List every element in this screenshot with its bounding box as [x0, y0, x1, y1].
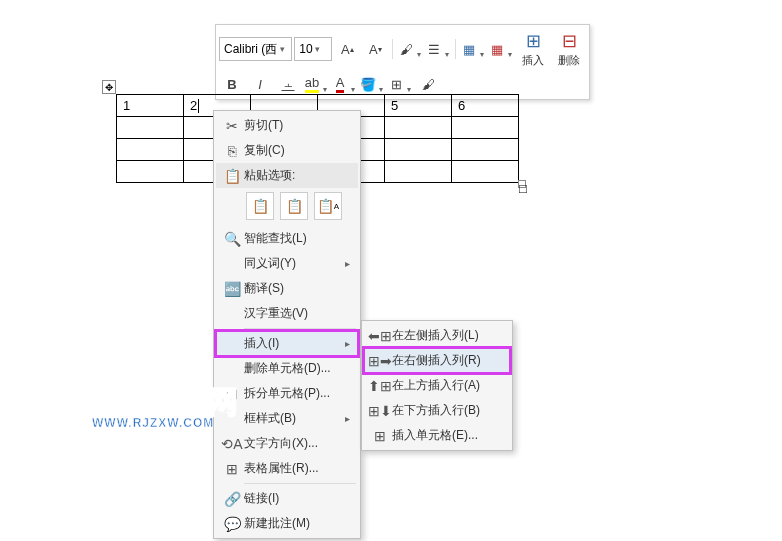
table-cell[interactable]: [452, 139, 519, 161]
table-cell[interactable]: [452, 117, 519, 139]
submenu-insert-below[interactable]: ⊞⬇ 在下方插入行(B): [364, 398, 510, 423]
paste-merge-format[interactable]: 📋: [280, 192, 308, 220]
shrink-font-button[interactable]: A▾: [362, 37, 388, 61]
paste-keep-format[interactable]: 📋: [246, 192, 274, 220]
insert-col-right-icon: ⊞➡: [368, 351, 392, 371]
menu-text-direction[interactable]: ⟲A 文字方向(X)...: [216, 431, 358, 456]
mini-toolbar: Calibri (西 ▾ 10 ▾ A▴ A▾ 🖌▾ ☰▾ ▦▾ ▦▾ ⊞ 插入…: [215, 24, 590, 100]
insert-row-below-icon: ⊞⬇: [368, 401, 392, 421]
insert-label: 插入: [522, 53, 544, 68]
link-icon: 🔗: [220, 489, 244, 509]
split-cells-icon: ⊞: [220, 384, 244, 404]
dropdown-icon: ▾: [277, 44, 287, 54]
chevron-right-icon: ▸: [345, 338, 354, 349]
menu-smart-lookup[interactable]: 🔍 智能查找(L): [216, 226, 358, 251]
copy-icon: ⎘: [220, 141, 244, 161]
properties-icon: ⊞: [220, 459, 244, 479]
erase-grid-icon: ▦: [491, 42, 503, 57]
separator: [455, 39, 456, 59]
highlight-icon: ab: [305, 75, 319, 93]
menu-split-cells[interactable]: ⊞ 拆分单元格(P)...: [216, 381, 358, 406]
insert-icon: ⊞: [526, 30, 541, 52]
menu-copy[interactable]: ⎘ 复制(C): [216, 138, 358, 163]
menu-hyperlink[interactable]: 🔗 链接(I): [216, 486, 358, 511]
bullets-icon: ☰: [428, 42, 440, 57]
insert-button[interactable]: ⊞ 插入: [516, 28, 550, 70]
font-color-button[interactable]: A▾: [331, 72, 357, 96]
delete-label: 删除: [558, 53, 580, 68]
submenu-insert-left[interactable]: ⬅⊞ 在左侧插入列(L): [364, 323, 510, 348]
table-cell[interactable]: [452, 161, 519, 183]
text-direction-icon: ⟲A: [220, 434, 244, 454]
border-icon: ⊞: [391, 77, 402, 92]
grid-icon: ▦: [463, 42, 475, 57]
menu-table-properties[interactable]: ⊞ 表格属性(R)...: [216, 456, 358, 481]
paste-options-row: 📋 📋 📋A: [216, 188, 358, 226]
table-cell[interactable]: [385, 117, 452, 139]
format-painter-button[interactable]: 🖌: [415, 72, 441, 96]
table-cell[interactable]: [117, 117, 184, 139]
delete-icon: ⊟: [562, 30, 577, 52]
grow-font-button[interactable]: A▴: [334, 37, 360, 61]
scissors-icon: ✂: [220, 116, 244, 136]
submenu-insert-cells[interactable]: ⊞ 插入单元格(E)...: [364, 423, 510, 448]
table-cell[interactable]: [117, 161, 184, 183]
menu-insert[interactable]: 插入(I) ▸: [216, 331, 358, 356]
dropdown-icon: ▾: [313, 44, 323, 54]
menu-paste-header: 📋 粘贴选项:: [216, 163, 358, 188]
separator: [392, 39, 393, 59]
menu-new-comment[interactable]: 💬 新建批注(M): [216, 511, 358, 536]
font-name-value: Calibri (西: [224, 41, 277, 58]
font-color-icon: A: [336, 75, 345, 93]
insert-submenu: ⬅⊞ 在左侧插入列(L) ⊞➡ 在右侧插入列(R) ⬆⊞ 在上方插入行(A) ⊞…: [361, 320, 513, 451]
text-cursor: [198, 99, 199, 113]
menu-delete-cells[interactable]: 删除单元格(D)...: [216, 356, 358, 381]
bold-button[interactable]: B: [219, 72, 245, 96]
font-size-value: 10: [299, 42, 312, 56]
table-resize-handle[interactable]: □: [518, 180, 526, 188]
italic-button[interactable]: I: [247, 72, 273, 96]
menu-synonyms[interactable]: 同义词(Y) ▸: [216, 251, 358, 276]
table-cell[interactable]: 6: [452, 95, 519, 117]
table-cell[interactable]: [385, 139, 452, 161]
font-name-select[interactable]: Calibri (西 ▾: [219, 37, 292, 61]
delete-button[interactable]: ⊟ 删除: [552, 28, 586, 70]
insert-col-left-icon: ⬅⊞: [368, 326, 392, 346]
shading-button[interactable]: 🪣▾: [359, 72, 385, 96]
table-cell[interactable]: 1: [117, 95, 184, 117]
brush-icon: 🖌: [422, 77, 435, 92]
font-size-select[interactable]: 10 ▾: [294, 37, 332, 61]
menu-translate[interactable]: 🔤 翻译(S): [216, 276, 358, 301]
insert-cells-icon: ⊞: [368, 426, 392, 446]
table-cell[interactable]: 5: [385, 95, 452, 117]
table-cell[interactable]: [117, 139, 184, 161]
search-icon: 🔍: [220, 229, 244, 249]
brush-icon: 🖌: [400, 42, 413, 57]
clipboard-icon: 📋: [220, 166, 244, 186]
table-erase-button[interactable]: ▦▾: [488, 37, 514, 61]
table-cell[interactable]: [385, 161, 452, 183]
chevron-right-icon: ▸: [345, 258, 354, 269]
underline-button[interactable]: ⫠: [275, 72, 301, 96]
menu-border-style[interactable]: 框样式(B) ▸: [216, 406, 358, 431]
move-icon: ✥: [105, 82, 113, 93]
highlight-button[interactable]: ab▾: [303, 72, 329, 96]
submenu-insert-above[interactable]: ⬆⊞ 在上方插入行(A): [364, 373, 510, 398]
table-grid-button[interactable]: ▦▾: [460, 37, 486, 61]
bullets-button[interactable]: ☰▾: [425, 37, 451, 61]
menu-separator: [244, 328, 356, 329]
borders-button[interactable]: ⊞▾: [387, 72, 413, 96]
insert-row-above-icon: ⬆⊞: [368, 376, 392, 396]
chevron-right-icon: ▸: [345, 413, 354, 424]
paint-bucket-icon: 🪣: [360, 77, 376, 92]
menu-separator: [244, 483, 356, 484]
format-painter-button[interactable]: 🖌▾: [397, 37, 423, 61]
comment-icon: 💬: [220, 514, 244, 534]
table-move-handle[interactable]: ✥: [102, 80, 116, 94]
menu-hanzi-reselect[interactable]: 汉字重选(V): [216, 301, 358, 326]
menu-cut[interactable]: ✂ 剪切(T): [216, 113, 358, 138]
paste-text-only[interactable]: 📋A: [314, 192, 342, 220]
translate-icon: 🔤: [220, 279, 244, 299]
submenu-insert-right[interactable]: ⊞➡ 在右侧插入列(R): [364, 348, 510, 373]
context-menu: ✂ 剪切(T) ⎘ 复制(C) 📋 粘贴选项: 📋 📋 📋A 🔍 智能查找(L)…: [213, 110, 361, 539]
